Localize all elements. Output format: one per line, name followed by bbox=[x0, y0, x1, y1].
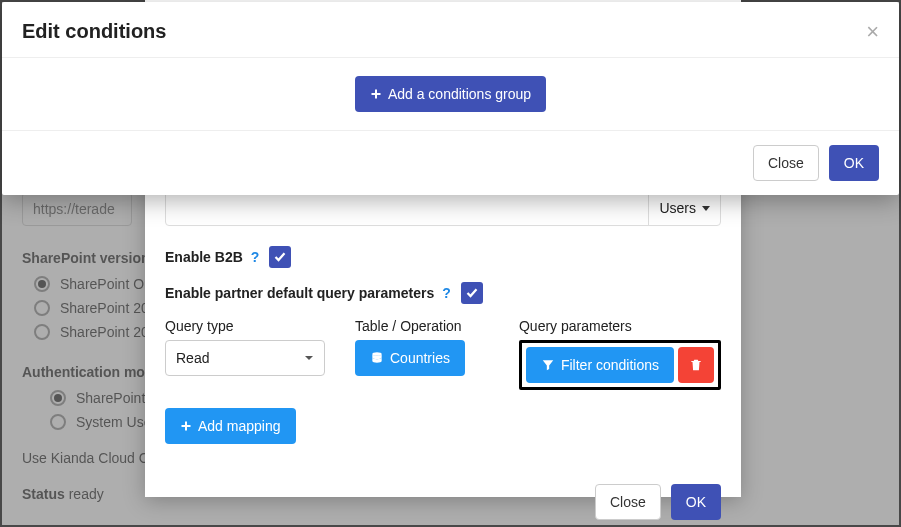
add-conditions-group-label: Add a conditions group bbox=[388, 86, 531, 102]
query-type-select[interactable]: Read bbox=[165, 340, 325, 376]
plus-icon bbox=[370, 88, 382, 100]
scope-select-row: Users bbox=[165, 190, 721, 226]
users-dropdown[interactable]: Users bbox=[648, 191, 720, 225]
filter-icon bbox=[541, 358, 555, 372]
trash-icon bbox=[689, 358, 703, 372]
ok-label: OK bbox=[844, 155, 864, 171]
inner-ok-button[interactable]: OK bbox=[671, 484, 721, 520]
plus-icon bbox=[180, 420, 192, 432]
add-mapping-label: Add mapping bbox=[198, 418, 281, 434]
modal-title: Edit conditions bbox=[22, 20, 166, 43]
query-type-value: Read bbox=[176, 350, 209, 366]
table-operation-label: Table / Operation bbox=[355, 318, 465, 334]
delete-conditions-button[interactable] bbox=[678, 347, 714, 383]
inner-close-button[interactable]: Close bbox=[595, 484, 661, 520]
enable-b2b-row: Enable B2B ? bbox=[165, 246, 721, 268]
database-icon bbox=[370, 351, 384, 365]
check-icon bbox=[274, 251, 286, 263]
table-operation-col: Table / Operation Countries bbox=[355, 318, 465, 390]
modal-header: Edit conditions × bbox=[2, 2, 899, 58]
top-close-button[interactable]: Close bbox=[753, 145, 819, 181]
filter-conditions-button[interactable]: Filter conditions bbox=[526, 347, 674, 383]
users-dropdown-label: Users bbox=[659, 200, 696, 216]
countries-label: Countries bbox=[390, 350, 450, 366]
query-type-label: Query type bbox=[165, 318, 325, 334]
enable-partner-label: Enable partner default query parameters bbox=[165, 285, 434, 301]
query-parameters-col: Query parameters Filter conditions bbox=[519, 318, 721, 390]
filter-conditions-label: Filter conditions bbox=[561, 357, 659, 373]
chevron-down-icon bbox=[304, 353, 314, 363]
svg-point-0 bbox=[372, 352, 381, 356]
modal-footer: Close OK bbox=[2, 131, 899, 195]
add-conditions-group-button[interactable]: Add a conditions group bbox=[355, 76, 546, 112]
modal-body: Add a conditions group bbox=[2, 58, 899, 131]
close-label: Close bbox=[610, 494, 646, 510]
enable-b2b-checkbox[interactable] bbox=[269, 246, 291, 268]
close-icon[interactable]: × bbox=[866, 21, 879, 43]
close-label: Close bbox=[768, 155, 804, 171]
enable-b2b-label: Enable B2B bbox=[165, 249, 243, 265]
top-ok-button[interactable]: OK bbox=[829, 145, 879, 181]
help-icon[interactable]: ? bbox=[442, 285, 451, 301]
help-icon[interactable]: ? bbox=[251, 249, 260, 265]
query-parameters-highlight: Filter conditions bbox=[519, 340, 721, 390]
countries-button[interactable]: Countries bbox=[355, 340, 465, 376]
query-parameters-label: Query parameters bbox=[519, 318, 721, 334]
enable-partner-checkbox[interactable] bbox=[461, 282, 483, 304]
add-mapping-button[interactable]: Add mapping bbox=[165, 408, 296, 444]
check-icon bbox=[466, 287, 478, 299]
edit-conditions-modal: Edit conditions × Add a conditions group… bbox=[2, 2, 899, 195]
query-type-col: Query type Read bbox=[165, 318, 325, 390]
ok-label: OK bbox=[686, 494, 706, 510]
caret-down-icon bbox=[702, 206, 710, 211]
enable-partner-row: Enable partner default query parameters … bbox=[165, 282, 721, 304]
